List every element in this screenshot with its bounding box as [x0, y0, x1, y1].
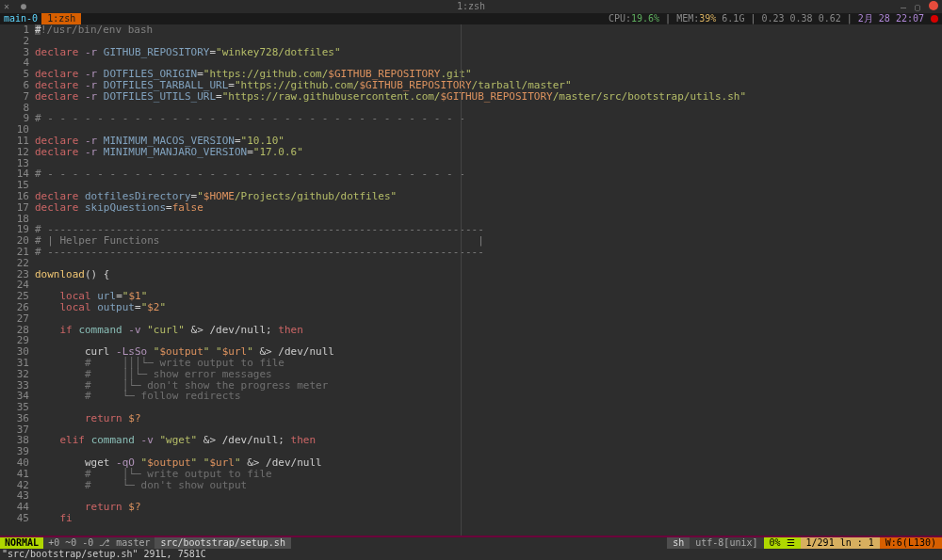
line-number: 27: [0, 313, 29, 325]
code-line[interactable]: local url="$1": [35, 291, 942, 302]
code-line[interactable]: fi: [35, 513, 942, 524]
code-line[interactable]: if command -v "curl" &> /dev/null; then: [35, 325, 942, 336]
code-line[interactable]: download() {: [35, 269, 942, 280]
line-number: 12: [0, 147, 29, 158]
line-number: 17: [0, 202, 29, 214]
percent: 0% ☰: [764, 537, 801, 549]
mode-indicator: NORMAL: [0, 537, 43, 549]
datetime: 2月 28 22:07: [855, 13, 927, 24]
position: 1/291 ln : 1: [801, 537, 880, 549]
close-button[interactable]: [929, 1, 938, 10]
line-number: 16: [0, 191, 29, 202]
window-title: 1:zsh: [457, 1, 485, 12]
filename: src/bootstrap/setup.sh: [154, 537, 290, 549]
code-line[interactable]: [35, 402, 942, 413]
line-number: 31: [0, 358, 29, 369]
code-line[interactable]: declare -r DOTFILES_UTILS_URL="https://r…: [35, 91, 942, 103]
minimize-icon[interactable]: —: [901, 2, 906, 13]
window-titlebar: ✕ ● 1:zsh — ▢: [0, 0, 942, 13]
lint-warning: W:6(L130): [880, 537, 942, 549]
code-line[interactable]: # └─ follow redirects: [35, 391, 942, 402]
code-line[interactable]: elif command -v "wget" &> /dev/null; the…: [35, 435, 942, 446]
line-number: 26: [0, 302, 29, 313]
line-number: 7: [0, 91, 29, 103]
code-line[interactable]: declare -r MINIMUM_MANJARO_VERSION="17.0…: [35, 147, 942, 158]
line-number: 45: [0, 513, 29, 524]
code-line[interactable]: [35, 258, 942, 269]
line-number: 32: [0, 369, 29, 380]
editor-area[interactable]: 1234567891011121314151617181920212223242…: [0, 24, 942, 537]
line-number: 41: [0, 469, 29, 480]
code-line[interactable]: #!/usr/bin/env bash: [35, 24, 942, 36]
encoding: utf-8[unix]: [690, 537, 763, 549]
code-line[interactable]: # --------------------------------------…: [35, 247, 942, 258]
cpu-stat: CPU:19.6%: [606, 13, 662, 24]
code-line[interactable]: # - - - - - - - - - - - - - - - - - - - …: [35, 113, 942, 124]
code-line[interactable]: [35, 490, 942, 502]
message-line: "src/bootstrap/setup.sh" 291L, 7581C: [0, 549, 942, 560]
line-number: 2: [0, 36, 29, 47]
code-line[interactable]: declare -r GITHUB_REPOSITORY="winkey728/…: [35, 47, 942, 58]
close-window-icon[interactable]: ✕: [4, 1, 9, 11]
code-line[interactable]: # - - - - - - - - - - - - - - - - - - - …: [35, 168, 942, 180]
line-number: 36: [0, 413, 29, 424]
vim-statusline: NORMAL +0 ~0 -0 ⎇ master src/bootstrap/s…: [0, 537, 942, 549]
code-line[interactable]: local output="$2": [35, 302, 942, 313]
maximize-icon[interactable]: ▢: [915, 2, 920, 13]
line-number: 21: [0, 247, 29, 258]
code-line[interactable]: declare skipQuestions=false: [35, 202, 942, 214]
line-number: 6: [0, 80, 29, 91]
line-number: 11: [0, 136, 29, 147]
filetype: sh: [667, 537, 690, 549]
code-line[interactable]: return $?: [35, 413, 942, 424]
vertical-split[interactable]: [461, 24, 462, 537]
mem-stat: MEM:39% 6.1G: [674, 13, 747, 24]
git-status: +0 ~0 -0 ⎇ master: [43, 537, 154, 549]
code-line[interactable]: # └─ don't show output: [35, 480, 942, 491]
code-line[interactable]: return $?: [35, 502, 942, 513]
load-avg: 0.23 0.38 0.62: [758, 13, 843, 24]
line-number: 22: [0, 258, 29, 269]
code-line[interactable]: [35, 280, 942, 291]
code-area[interactable]: #!/usr/bin/env bashdeclare -r GITHUB_REP…: [35, 24, 942, 537]
status-dot-icon: [931, 15, 938, 23]
line-number-gutter: 1234567891011121314151617181920212223242…: [0, 24, 35, 537]
